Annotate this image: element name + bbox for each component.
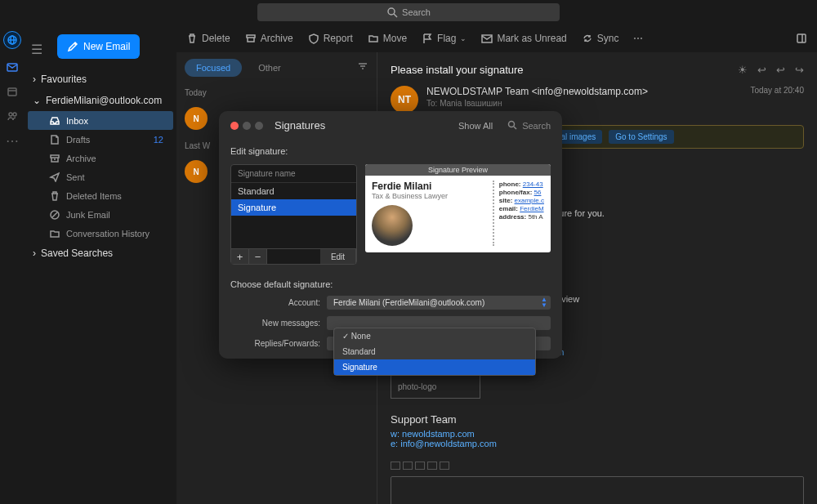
calendar-icon[interactable] <box>6 85 19 98</box>
folder-drafts[interactable]: Drafts12 <box>25 130 176 149</box>
drafts-count: 12 <box>154 135 168 145</box>
sync-button[interactable]: Sync <box>582 33 619 44</box>
favourites-section[interactable]: › Favourites <box>25 69 176 90</box>
folder-conversation-history[interactable]: Conversation History <box>25 224 176 243</box>
edit-signature-label: Edit signature: <box>219 140 562 158</box>
svg-point-0 <box>388 8 395 15</box>
compose-icon <box>67 41 78 52</box>
hamburger-icon[interactable]: ☰ <box>25 42 49 57</box>
close-icon[interactable] <box>230 122 239 130</box>
edit-signature-button[interactable]: Edit <box>320 249 356 264</box>
search-icon <box>507 120 519 132</box>
inbox-icon <box>49 115 60 126</box>
social-placeholders <box>391 462 804 470</box>
filter-icon <box>357 60 368 72</box>
option-standard[interactable]: Standard <box>334 344 535 359</box>
remove-signature-button[interactable]: − <box>249 249 267 264</box>
preview-name: Ferdie Milani <box>372 181 486 192</box>
trash-icon <box>49 190 60 201</box>
chevron-down-icon: ⌄ <box>33 95 41 106</box>
chevron-right-icon: › <box>33 248 36 259</box>
move-button[interactable]: Move <box>368 33 407 44</box>
reply-all-icon[interactable]: ↩ <box>776 64 785 76</box>
trash-icon <box>186 33 198 44</box>
dialog-search[interactable]: Search <box>507 120 551 132</box>
folder-sent[interactable]: Sent <box>25 167 176 186</box>
message-time: Today at 20:40 <box>750 86 804 114</box>
svg-line-21 <box>514 127 516 129</box>
signature-block: Support Team w: newoldstamp.com e: info@… <box>377 405 817 457</box>
shield-icon <box>308 33 319 44</box>
window-controls[interactable] <box>230 122 263 130</box>
preview-photo <box>372 205 413 246</box>
mail-icon[interactable] <box>6 60 19 74</box>
tab-other[interactable]: Other <box>247 59 292 77</box>
sidebar: ☰ New Email › Favourites ⌄ FerdieMilani@… <box>25 25 176 504</box>
tab-focused[interactable]: Focused <box>185 59 242 77</box>
signature-preview: Signature Preview Ferdie Milani Tax & Bu… <box>365 164 551 252</box>
report-button[interactable]: Report <box>308 33 353 44</box>
signature-list: Signature name Standard Signature + − Ed… <box>230 164 357 265</box>
choose-default-label: Choose default signature: <box>230 279 551 289</box>
folder-inbox[interactable]: Inbox <box>28 111 173 130</box>
avatar: N <box>185 160 208 183</box>
sent-icon <box>49 172 60 182</box>
account-label: Account: <box>230 298 327 307</box>
message-subject: Please install your signature <box>391 64 524 76</box>
mark-unread-button[interactable]: Mark as Unread <box>481 33 566 44</box>
panel-toggle-button[interactable] <box>796 33 807 44</box>
svg-point-9 <box>13 113 16 116</box>
zoom-icon[interactable] <box>255 122 263 130</box>
archive-button[interactable]: Archive <box>245 33 293 44</box>
flag-button[interactable]: Flag⌄ <box>422 33 467 44</box>
add-signature-button[interactable]: + <box>231 249 249 264</box>
forward-icon[interactable]: ↪ <box>795 64 804 76</box>
show-all-button[interactable]: Show All <box>458 121 493 131</box>
option-none[interactable]: None <box>334 328 535 344</box>
account-section[interactable]: ⌄ FerdieMilani@outlook.com <box>25 90 176 111</box>
chevron-right-icon: › <box>33 74 36 85</box>
svg-rect-10 <box>51 155 59 158</box>
new-messages-label: New messages: <box>230 319 327 328</box>
recipient: To: Mania Івашишин <box>426 99 648 108</box>
option-signature[interactable]: Signature <box>334 359 535 375</box>
signature-item-standard[interactable]: Standard <box>231 183 356 199</box>
move-icon <box>368 33 379 44</box>
mail-icon <box>481 33 493 44</box>
dialog-title: Signatures <box>275 119 325 132</box>
more-button[interactable]: ⋯ <box>633 33 643 44</box>
panel-icon <box>796 33 807 44</box>
sender-avatar: NT <box>391 86 418 114</box>
filter-button[interactable] <box>357 60 368 75</box>
people-icon[interactable] <box>6 109 19 123</box>
photo-logo-placeholder: photo-logo <box>391 375 480 399</box>
saved-searches-section[interactable]: › Saved Searches <box>25 243 176 264</box>
delete-button[interactable]: Delete <box>186 33 230 44</box>
new-email-button[interactable]: New Email <box>57 34 140 59</box>
svg-point-8 <box>9 113 12 116</box>
globe-icon[interactable] <box>3 31 21 49</box>
go-to-settings-button[interactable]: Go to Settings <box>609 130 673 144</box>
brightness-icon[interactable]: ☀ <box>738 64 748 76</box>
svg-line-1 <box>394 14 397 17</box>
preview-role: Tax & Business Lawyer <box>372 192 486 200</box>
website-link[interactable]: newoldstamp.com <box>402 429 475 439</box>
reply-icon[interactable]: ↩ <box>757 64 766 76</box>
email-link[interactable]: info@newoldstamp.com <box>400 439 497 448</box>
folder-junk[interactable]: Junk Email <box>25 205 176 224</box>
global-search[interactable]: Search <box>257 3 560 21</box>
folder-deleted[interactable]: Deleted Items <box>25 186 176 205</box>
compose-area[interactable] <box>391 476 804 504</box>
flag-icon <box>422 33 433 44</box>
search-placeholder: Search <box>402 7 431 17</box>
minimize-icon[interactable] <box>243 122 251 130</box>
more-icon[interactable]: ⋯ <box>6 134 19 147</box>
svg-point-20 <box>509 121 515 127</box>
list-header: Signature name <box>231 165 356 183</box>
account-select[interactable]: Ferdie Milani (FerdieMilani@outlook.com)… <box>327 296 551 310</box>
draft-icon <box>49 134 60 145</box>
folder-icon <box>49 228 60 239</box>
folder-archive[interactable]: Archive <box>25 149 176 167</box>
signature-item-signature[interactable]: Signature <box>231 199 356 216</box>
junk-icon <box>49 209 60 220</box>
